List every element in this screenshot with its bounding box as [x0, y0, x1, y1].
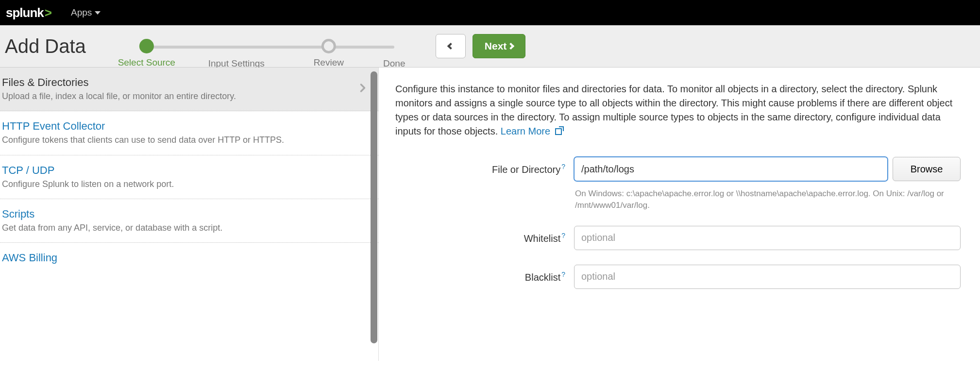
learn-more-label: Learn More	[501, 126, 550, 136]
config-intro: Configure this instance to monitor files…	[395, 82, 961, 138]
wizard-step-input-settings[interactable]: Input Settings	[208, 39, 265, 69]
blacklist-label: Blacklist?	[395, 271, 565, 283]
source-title: HTTP Event Collector	[2, 120, 370, 133]
scrollbar[interactable]	[371, 69, 378, 361]
whitelist-input[interactable]	[574, 226, 961, 250]
step-label: Select Source	[118, 57, 175, 68]
source-title: Scripts	[2, 208, 370, 220]
step-dot-icon	[321, 39, 336, 53]
wizard-buttons: Next	[436, 34, 526, 58]
logo-text: splunk	[6, 5, 44, 20]
label-text: Blacklist	[525, 271, 560, 282]
source-aws-billing[interactable]: AWS Billing	[0, 243, 378, 274]
blacklist-row: Blacklist?	[395, 265, 961, 289]
help-icon[interactable]: ?	[561, 232, 565, 239]
source-scripts[interactable]: Scripts Get data from any API, service, …	[0, 199, 378, 243]
file-or-directory-label: File or Directory?	[395, 163, 565, 175]
header: Add Data Select Source Input Settings Re…	[0, 25, 980, 68]
file-or-directory-input[interactable]	[574, 157, 888, 181]
file-or-directory-row: File or Directory? Browse	[395, 157, 961, 181]
source-desc: Upload a file, index a local file, or mo…	[2, 90, 260, 102]
source-title: Files & Directories	[2, 76, 260, 89]
wizard-step-done[interactable]: Done	[383, 39, 405, 69]
source-files-directories[interactable]: Files & Directories Upload a file, index…	[0, 68, 378, 111]
source-title: TCP / UDP	[2, 164, 370, 177]
help-icon[interactable]: ?	[561, 271, 565, 278]
label-text: File or Directory	[492, 164, 560, 175]
chevron-down-icon	[95, 11, 101, 15]
blacklist-input[interactable]	[574, 265, 961, 289]
step-dot-icon	[139, 39, 154, 53]
main: Files & Directories Upload a file, index…	[0, 68, 980, 361]
file-hint: On Windows: c:\apache\apache.error.log o…	[575, 188, 961, 211]
chevron-left-icon	[447, 43, 454, 50]
browse-button[interactable]: Browse	[893, 157, 961, 181]
help-icon[interactable]: ?	[561, 163, 565, 170]
logo: splunk>	[6, 5, 51, 20]
chevron-right-icon	[356, 81, 370, 97]
scrollbar-thumb[interactable]	[371, 71, 377, 343]
apps-menu-label: Apps	[71, 7, 92, 18]
external-link-icon	[555, 128, 562, 135]
source-desc: Get data from any API, service, or datab…	[2, 222, 370, 234]
whitelist-label: Whitelist?	[395, 232, 565, 244]
apps-menu[interactable]: Apps	[71, 7, 101, 18]
step-label: Review	[314, 57, 344, 68]
page-title: Add Data	[5, 35, 86, 57]
source-title: AWS Billing	[2, 252, 370, 264]
next-button-label: Next	[485, 40, 507, 52]
source-desc: Configure Splunk to listen on a network …	[2, 178, 370, 190]
source-tcp-udp[interactable]: TCP / UDP Configure Splunk to listen on …	[0, 155, 378, 199]
config-panel: Configure this instance to monitor files…	[379, 68, 980, 361]
intro-text: Configure this instance to monitor files…	[395, 84, 952, 136]
source-desc: Configure tokens that clients can use to…	[2, 134, 370, 146]
top-bar: splunk> Apps	[0, 0, 980, 25]
learn-more-link[interactable]: Learn More	[501, 126, 562, 136]
chevron-right-icon	[507, 43, 514, 50]
source-list: Files & Directories Upload a file, index…	[0, 68, 379, 361]
label-text: Whitelist	[524, 233, 561, 243]
wizard-step-select-source[interactable]: Select Source	[118, 39, 175, 68]
wizard-stepper: Select Source Input Settings Review Done	[115, 39, 406, 56]
next-button[interactable]: Next	[473, 34, 526, 58]
wizard-step-review[interactable]: Review	[314, 39, 344, 68]
whitelist-row: Whitelist?	[395, 226, 961, 250]
logo-chevron-icon: >	[45, 5, 51, 20]
source-http-event-collector[interactable]: HTTP Event Collector Configure tokens th…	[0, 111, 378, 155]
back-button[interactable]	[436, 34, 466, 58]
